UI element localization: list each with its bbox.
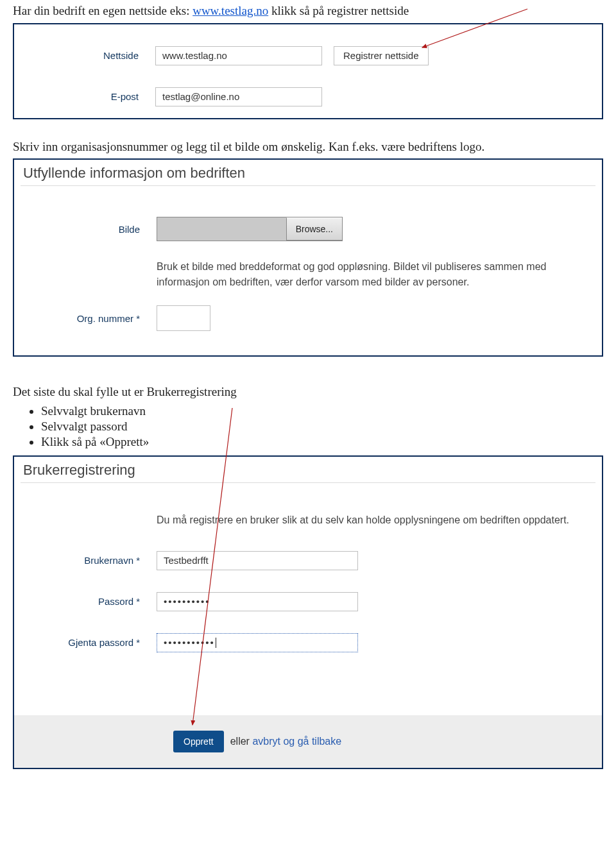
bullet-2: Selvvalgt passord — [41, 420, 603, 434]
panel-nettside: Nettside Registrer nettside E-post — [13, 23, 603, 119]
intro1-link[interactable]: www.testlag.no — [193, 4, 268, 17]
cancel-link[interactable]: avbryt og gå tilbake — [252, 736, 341, 747]
passord-label: Passord * — [28, 596, 157, 607]
orgnr-label: Org. nummer * — [28, 313, 157, 324]
epost-input[interactable] — [155, 87, 322, 106]
passord-input[interactable]: •••••••••• — [157, 592, 358, 611]
section-title-utfyllende: Utfyllende informasjon om bedriften — [14, 160, 602, 183]
opprett-button[interactable]: Opprett — [173, 731, 224, 752]
instruction-1: Har din bedrift en egen nettside eks: ww… — [13, 3, 603, 19]
orgnr-input[interactable] — [157, 305, 210, 331]
instruction-3: Det siste du skal fylle ut er Brukerregi… — [13, 384, 603, 400]
text-caret-icon — [216, 638, 216, 648]
intro1-post: klikk så på registrer nettside — [268, 4, 409, 17]
instruction-2: Skriv inn organisasjonsnummer og legg ti… — [13, 139, 603, 155]
cancel-text: eller avbryt og gå tilbake — [230, 736, 341, 747]
bullet-1: Selvvalgt brukernavn — [41, 404, 603, 418]
section-title-bruker: Brukerregistrering — [14, 457, 602, 480]
gjenta-passord-input[interactable]: ••••••••••• — [157, 633, 358, 652]
bilde-help-text: Bruk et bilde med breddeformat og god op… — [157, 259, 576, 290]
intro1-pre: Har din bedrift en egen nettside eks: — [13, 4, 193, 17]
epost-label: E-post — [46, 91, 155, 102]
action-bar: Opprett eller avbryt og gå tilbake — [14, 715, 602, 768]
nettside-label: Nettside — [46, 50, 155, 61]
nettside-input[interactable] — [155, 46, 322, 65]
panel-utfyllende: Utfyllende informasjon om bedriften Bild… — [13, 158, 603, 357]
gjenta-passord-label: Gjenta passord * — [28, 637, 157, 648]
instruction-3-bullets: Selvvalgt brukernavn Selvvalgt passord K… — [41, 404, 603, 449]
bruker-help-text: Du må registrere en bruker slik at du se… — [157, 513, 569, 528]
register-nettside-button[interactable]: Registrer nettside — [334, 46, 429, 65]
file-upload[interactable]: Browse... — [157, 217, 343, 241]
bilde-label: Bilde — [28, 224, 157, 235]
panel-brukerregistrering: Brukerregistrering Du må registrere en b… — [13, 455, 603, 769]
bullet-3: Klikk så på «Opprett» — [41, 435, 603, 449]
brukernavn-input[interactable] — [157, 551, 358, 570]
brukernavn-label: Brukernavn * — [28, 555, 157, 566]
browse-button[interactable]: Browse... — [286, 217, 342, 241]
